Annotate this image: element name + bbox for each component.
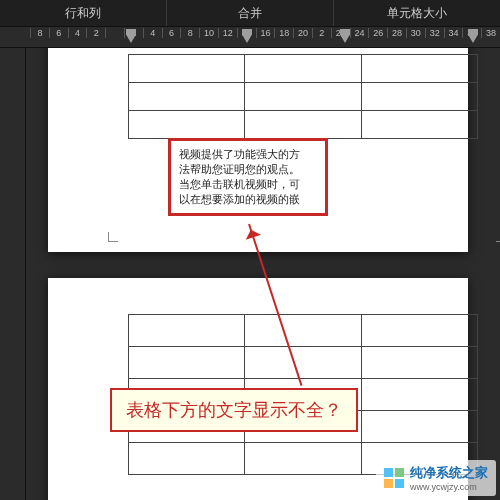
ruler-tick: 4 [68, 28, 87, 38]
ruler-tick: 10 [199, 28, 218, 38]
ruler-tick [105, 28, 124, 38]
ruler-tick: 6 [49, 28, 68, 38]
ruler-tick: 8 [180, 28, 199, 38]
table-row [129, 111, 478, 139]
ruler-tick: 8 [30, 28, 49, 38]
watermark-url: www.ycwjzy.com [410, 482, 488, 492]
ruler-tick: 12 [218, 28, 237, 38]
ruler-tick: 26 [368, 28, 387, 38]
ruler-tick: 2 [86, 28, 105, 38]
page-corner-icon [108, 232, 118, 242]
watermark-brand: 纯净系统之家 [410, 464, 488, 482]
ruler-tick: 20 [293, 28, 312, 38]
ribbon-group-rowcol[interactable]: 行和列 [0, 0, 167, 26]
ruler-tick: 2 [312, 28, 331, 38]
cell-text-line: 法帮助您证明您的观点。 [179, 163, 300, 175]
highlighted-cell: 视频提供了功能强大的方 法帮助您证明您的观点。 当您单击联机视频时，可 以在想要… [168, 138, 328, 216]
ruler-tick: 38 [481, 28, 500, 38]
ruler-ticks: 864224681012141618202222426283032343638 [30, 27, 500, 47]
ruler-tick: 30 [406, 28, 425, 38]
annotation-callout: 表格下方的文字显示不全？ [110, 388, 358, 432]
page-1[interactable]: 视频提供了功能强大的方 法帮助您证明您的观点。 当您单击联机视频时，可 以在想要… [48, 48, 468, 252]
ruler-tick: 6 [162, 28, 181, 38]
ruler-tick: 16 [256, 28, 275, 38]
table-row [129, 55, 478, 83]
ruler-tick: 4 [143, 28, 162, 38]
ruler-tick: 34 [444, 28, 463, 38]
page-corner-icon [496, 232, 500, 242]
cell-text-line: 当您单击联机视频时，可 [179, 178, 300, 190]
watermark-logo-icon [384, 468, 404, 488]
ruler-tick: 24 [350, 28, 369, 38]
cell-text[interactable]: 视频提供了功能强大的方 法帮助您证明您的观点。 当您单击联机视频时，可 以在想要… [171, 141, 325, 207]
document-canvas: 视频提供了功能强大的方 法帮助您证明您的观点。 当您单击联机视频时，可 以在想要… [0, 48, 500, 500]
ruler-tick: 28 [387, 28, 406, 38]
table-row [129, 315, 478, 347]
ribbon-group-merge[interactable]: 合并 [167, 0, 334, 26]
vertical-ruler[interactable] [0, 48, 26, 500]
watermark: 纯净系统之家 www.ycwjzy.com [376, 460, 496, 496]
ribbon-group-cellsize[interactable]: 单元格大小 [334, 0, 500, 26]
horizontal-ruler[interactable]: 864224681012141618202222426283032343638 [0, 26, 500, 48]
ribbon: 行和列 合并 单元格大小 [0, 0, 500, 26]
cell-text-line: 视频提供了功能强大的方 [179, 148, 300, 160]
ruler-tick: 18 [274, 28, 293, 38]
cell-text-line: 以在想要添加的视频的嵌 [179, 193, 300, 205]
table-1[interactable] [128, 54, 478, 139]
table-row [129, 83, 478, 111]
ruler-tick: 32 [425, 28, 444, 38]
table-row [129, 347, 478, 379]
